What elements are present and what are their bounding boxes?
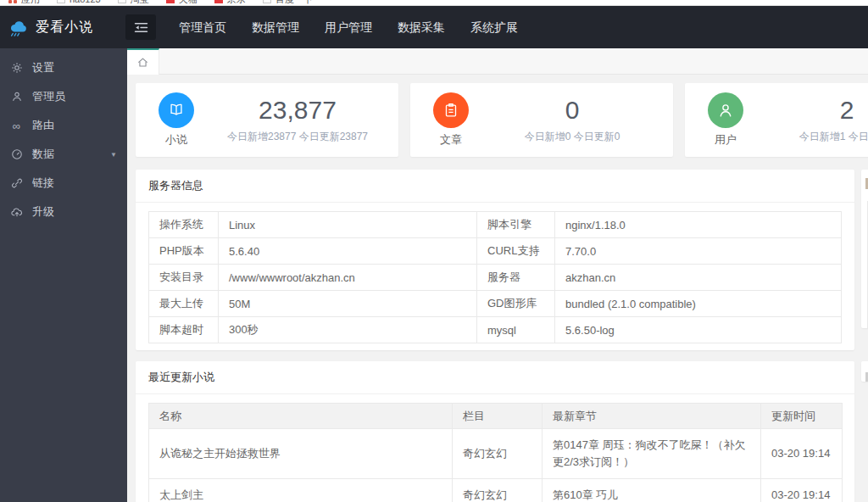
apps-grid-icon [8, 0, 17, 3]
bookmark-tmall[interactable]: 天猫 [166, 0, 198, 6]
info-key: 脚本引擎 [477, 212, 555, 238]
table-row: 操作系统 Linux 脚本引擎 nginx/1.18.0 [149, 212, 842, 238]
nav-item-home[interactable]: 管理首页 [166, 6, 239, 48]
table-row: 脚本超时 300秒 mysql 5.6.50-log [149, 317, 842, 343]
browser-bookmarks-bar: 应用 hao123 淘宝 天猫 京东 百度一下 [0, 0, 868, 6]
stat-value: 2 [756, 96, 868, 124]
page-icon [263, 0, 271, 3]
sidebar-item-route[interactable]: ∞ 路由 [0, 111, 127, 140]
nav-item-system-extend[interactable]: 系统扩展 [458, 6, 531, 48]
nav-item-user-manage[interactable]: 用户管理 [312, 6, 385, 48]
sidebar-item-label: 升级 [32, 204, 54, 220]
stat-label: 小说 [149, 132, 203, 148]
info-value: 50M [219, 291, 477, 317]
right-panel-sliver [861, 361, 868, 382]
sidebar-item-label: 设置 [32, 60, 54, 75]
sidebar: 设置 管理员 ∞ 路由 数据 ▼ 链接 [0, 48, 127, 502]
tmall-icon [166, 0, 175, 3]
column-header-category: 栏目 [453, 404, 542, 429]
stat-card-users[interactable]: 用户 2 今日新增1 今日更新1 [685, 83, 868, 157]
column-header-name: 名称 [149, 404, 453, 429]
recent-novels-table: 名称 栏目 最新章节 更新时间 从诡秘之主开始拯救世界 奇幻玄幻 第0147章 … [148, 403, 843, 502]
nav-item-data-collect[interactable]: 数据采集 [385, 6, 458, 48]
page-icon [57, 0, 65, 3]
sidebar-item-label: 管理员 [32, 89, 65, 104]
stat-card-novels[interactable]: 小说 23,877 今日新增23877 今日更新23877 [136, 83, 398, 157]
stat-value: 23,877 [207, 96, 388, 124]
column-header-latest-chapter: 最新章节 [542, 404, 761, 429]
server-info-panel: 服务器信息 操作系统 Linux 脚本引擎 nginx/1.18.0 PHP版本… [136, 170, 854, 350]
info-value: bundled (2.1.0 compatible) [555, 291, 842, 317]
stat-label: 用户 [698, 132, 753, 148]
stat-card-articles[interactable]: 文章 0 今日新增0 今日更新0 [410, 83, 673, 157]
sidebar-item-links[interactable]: 链接 [0, 169, 127, 198]
tab-strip [127, 48, 868, 75]
info-key: 最大上传 [149, 291, 219, 317]
sidebar-item-label: 链接 [32, 176, 54, 191]
bookmark-jd[interactable]: 京东 [214, 0, 246, 6]
sidebar-item-label: 数据 [32, 147, 54, 162]
novel-update-time: 03-20 19:14 [761, 479, 843, 502]
table-row[interactable]: 从诡秘之主开始拯救世界 奇幻玄幻 第0147章 周珏：狗改不了吃屎！（补欠更2/… [149, 429, 843, 479]
jd-icon [214, 0, 223, 3]
bookmark-hao123[interactable]: hao123 [57, 0, 101, 4]
stat-subtext: 今日新增23877 今日更新23877 [207, 130, 388, 144]
route-icon: ∞ [10, 120, 23, 132]
top-navigation: 管理首页 数据管理 用户管理 数据采集 系统扩展 [166, 6, 531, 48]
info-value: /www/wwwroot/akzhan.cn [219, 265, 477, 291]
info-value: 300秒 [219, 317, 477, 343]
nav-item-data-manage[interactable]: 数据管理 [239, 6, 312, 48]
chevron-down-icon: ▼ [110, 151, 117, 159]
user-icon [708, 92, 743, 128]
main-content: 小说 23,877 今日新增23877 今日更新23877 文章 [127, 75, 868, 502]
info-value: 7.70.0 [555, 238, 842, 265]
sidebar-item-admin[interactable]: 管理员 [0, 82, 127, 111]
novel-name: 太上剑主 [149, 479, 453, 502]
bookmark-label: 百度一下 [275, 0, 313, 6]
bookmark-label: 天猫 [179, 0, 198, 6]
server-info-title: 服务器信息 [136, 170, 854, 203]
table-row: 安装目录 /www/wwwroot/akzhan.cn 服务器 akzhan.c… [149, 265, 842, 291]
info-value: akzhan.cn [555, 265, 842, 291]
article-icon [433, 92, 469, 128]
info-key: 安装目录 [149, 265, 219, 291]
bookmark-apps[interactable]: 应用 [8, 0, 40, 6]
recent-novels-panel: 最近更新小说 名称 栏目 最新章节 更新时间 从诡秘之主开始拯救世界 奇幻玄幻 [136, 361, 854, 502]
tab-home[interactable] [127, 48, 159, 75]
table-row[interactable]: 太上剑主 奇幻玄幻 第610章 巧儿 03-20 19:14 [149, 479, 843, 502]
bookmark-baidu[interactable]: 百度一下 [263, 0, 313, 6]
sidebar-item-upgrade[interactable]: 升级 [0, 198, 127, 226]
table-row: 最大上传 50M GD图形库 bundled (2.1.0 compatible… [149, 291, 842, 317]
stat-label: 文章 [424, 132, 478, 148]
stat-subtext: 今日新增0 今日更新0 [481, 130, 663, 144]
info-key: PHP版本 [149, 238, 219, 265]
novel-name: 从诡秘之主开始拯救世界 [149, 429, 453, 479]
app-logo[interactable]: 爱看小说 [0, 17, 119, 37]
upgrade-cloud-icon [10, 206, 23, 219]
novel-latest-chapter: 第610章 巧儿 [542, 479, 761, 502]
info-key: 操作系统 [149, 212, 219, 238]
info-key: 脚本超时 [149, 317, 219, 343]
cloud-rain-logo-icon [8, 17, 29, 37]
gear-icon [10, 62, 23, 75]
bookmark-label: 应用 [21, 0, 40, 6]
book-icon [159, 92, 194, 128]
sidebar-collapse-button[interactable] [125, 14, 156, 40]
column-header-update-time: 更新时间 [761, 404, 843, 429]
info-value: Linux [219, 212, 477, 238]
info-value: 5.6.40 [219, 238, 477, 265]
bookmark-label: 京东 [227, 0, 246, 6]
app-title: 爱看小说 [36, 19, 93, 36]
novel-latest-chapter: 第0147章 周珏：狗改不了吃屎！（补欠更2/3求订阅！） [542, 429, 761, 479]
bookmark-taobao[interactable]: 淘宝 [118, 0, 149, 6]
info-key: mysql [477, 317, 555, 343]
sidebar-item-settings[interactable]: 设置 [0, 53, 127, 82]
info-value: 5.6.50-log [555, 317, 842, 343]
info-value: nginx/1.18.0 [555, 212, 842, 238]
app-header: 爱看小说 管理首页 数据管理 用户管理 数据采集 系统扩展 [0, 6, 868, 48]
right-panel-sliver [861, 170, 868, 328]
sidebar-item-data[interactable]: 数据 ▼ [0, 140, 127, 169]
stat-value: 0 [481, 96, 663, 124]
novel-category: 奇幻玄幻 [453, 479, 542, 502]
info-key: 服务器 [477, 265, 555, 291]
